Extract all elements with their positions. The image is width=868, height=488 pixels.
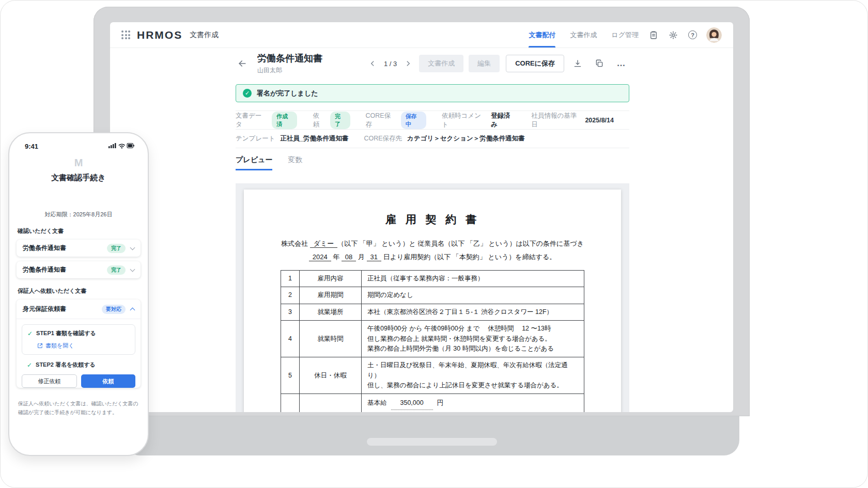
success-check-icon: ✓ — [243, 89, 252, 98]
phone-status-icons — [109, 141, 134, 151]
phone-brand-mark: M — [9, 157, 148, 169]
app-name: 文書作成 — [190, 30, 219, 40]
tab-preview[interactable]: プレビュー — [236, 155, 272, 170]
revise-request-button[interactable]: 修正依頼 — [22, 374, 77, 388]
contract-table: 1 雇用内容 正社員（従事する業務内容：一般事務） 2 雇用期間 期間の定めなし… — [281, 270, 584, 412]
employee-name: 山田太郎 — [257, 66, 322, 75]
status-value: 正社員_労働条件通知書 — [280, 134, 348, 143]
step1-label: STEP1 書類を確認する — [36, 329, 96, 337]
action-buttons: 修正依頼 依頼 — [22, 374, 135, 388]
page-title: 労働条件通知書 — [257, 52, 322, 65]
nav-item-log-management[interactable]: ログ管理 — [611, 22, 639, 48]
edit-button[interactable]: 編集 — [469, 55, 500, 72]
laptop-frame: HRMOS 文書作成 文書配付 文書作成 ログ管理 ? — [94, 7, 750, 416]
contract-row-5: 5 休日・休暇 土・日曜日及び祝祭日、年末年始、夏期休暇、年次有給休暇（法定通り… — [281, 357, 584, 394]
app-header: HRMOS 文書作成 文書配付 文書作成 ログ管理 ? — [110, 22, 733, 48]
document-preview-area[interactable]: 雇 用 契 約 書 株式会社 ダミー（以下 「甲」 という）と 従業員名（以下 … — [236, 183, 629, 412]
request-button[interactable]: 依頼 — [81, 374, 135, 388]
more-menu-button[interactable]: … — [613, 55, 629, 72]
contract-row-4: 4 就業時間 午後09時00分 から 午後09時00分 まで 休憩時間 12 〜… — [281, 321, 584, 357]
help-icon[interactable]: ? — [688, 30, 697, 39]
next-page-button[interactable] — [404, 59, 413, 68]
wifi-icon — [119, 144, 125, 148]
phone-mockup: 9:41 — [8, 132, 149, 456]
section-label-guarantor-docs: 保証人へ依頼いただく文書 — [17, 287, 141, 295]
doc-name: 労働条件通知書 — [23, 265, 107, 274]
desktop-app-screen: HRMOS 文書作成 文書配付 文書作成 ログ管理 ? — [110, 22, 733, 412]
core-save-button[interactable]: COREに保存 — [506, 55, 564, 72]
doc-status-badge: 完了 — [107, 265, 126, 275]
status-base-date: 社員情報の基準日 2025/8/14 — [531, 112, 614, 129]
document-toolbar: 労働条件通知書 山田太郎 1 / 3 文書作成 編集 — [236, 52, 629, 75]
status-label: CORE保存 — [366, 112, 396, 129]
guarantor-doc-card-header[interactable]: 身元保証依頼書 要対応 — [17, 300, 141, 319]
back-button[interactable] — [236, 57, 249, 70]
laptop-notch — [367, 438, 497, 446]
salary-blank-line: 円 — [367, 410, 580, 412]
contract-row-2: 2 雇用期間 期間の定めなし — [281, 287, 584, 304]
hrmos-logo: HRMOS — [137, 29, 182, 41]
status-label: 社員情報の基準日 — [531, 112, 580, 129]
nav-item-doc-distribution[interactable]: 文書配付 — [529, 22, 555, 48]
contract-intro: 株式会社 ダミー（以下 「甲」 という）と 従業員名（以下 「乙」 という）は以… — [265, 237, 600, 264]
gear-icon[interactable] — [669, 30, 678, 40]
step2-row: ✓ STEP2 署名を依頼する — [27, 361, 130, 369]
status-request: 依頼 完了 — [313, 112, 350, 129]
status-label: 依頼 — [313, 112, 324, 129]
header-nav: 文書配付 文書作成 ログ管理 ? — [514, 22, 722, 48]
banner-message: 署名が完了しました — [257, 89, 318, 98]
status-value: 2025/8/14 — [585, 117, 614, 124]
status-label: CORE保存先 — [364, 134, 402, 143]
phone-footer-note: 保証人へ依頼いただく文書は、確認いただく文書の確認が完了後に手続きが可能になりま… — [18, 399, 139, 417]
chevron-up-icon[interactable] — [130, 307, 135, 312]
open-document-link[interactable]: 書類を開く — [27, 342, 130, 350]
copy-button[interactable] — [591, 55, 608, 72]
status-label: 依頼時コメント — [442, 112, 486, 129]
doc-card-1[interactable]: 労働条件通知書 完了 — [17, 240, 141, 257]
clipboard-icon[interactable] — [649, 30, 658, 40]
page-indicator: 1 / 3 — [384, 60, 397, 68]
phone-time: 9:41 — [25, 143, 38, 150]
signal-icon — [109, 143, 116, 148]
contract-title: 雇 用 契 約 書 — [265, 212, 600, 227]
status-badge: 保存中 — [401, 112, 426, 129]
open-document-label: 書類を開く — [45, 342, 74, 350]
status-label: 文書データ — [236, 112, 267, 129]
chevron-down-icon[interactable] — [130, 245, 135, 250]
app-launcher-grid-icon[interactable] — [121, 30, 130, 39]
status-core-destination: CORE保存先 カテゴリ＞セクション＞労働条件通知書 — [364, 134, 524, 143]
phone-page-title: 文書確認手続き — [9, 173, 148, 183]
status-panel: 文書データ 作成済 依頼 完了 CORE保存 保存中 依頼時コメント — [236, 111, 629, 148]
view-tabs: プレビュー 変数 — [236, 155, 629, 170]
status-comment: 依頼時コメント 登録済み — [442, 112, 516, 129]
status-badge: 作成済 — [272, 112, 297, 129]
create-doc-button[interactable]: 文書作成 — [419, 55, 463, 72]
nav-item-doc-creation[interactable]: 文書作成 — [570, 22, 597, 48]
doc-card-2[interactable]: 労働条件通知書 完了 — [17, 261, 141, 278]
success-banner: ✓ 署名が完了しました — [236, 84, 629, 102]
prev-page-button[interactable] — [368, 59, 377, 68]
step1-box: ✓ STEP1 書類を確認する 書類を開く — [22, 324, 135, 355]
phone-status-bar: 9:41 — [9, 133, 148, 151]
contract-row-1: 1 雇用内容 正社員（従事する業務内容：一般事務） — [281, 271, 584, 287]
status-doc-data: 文書データ 作成済 — [236, 112, 297, 129]
external-link-icon — [37, 343, 43, 349]
section-label-confirm-docs: 確認いただく文書 — [17, 227, 141, 235]
user-avatar[interactable] — [706, 27, 722, 43]
download-button[interactable] — [569, 55, 586, 72]
doc-name: 身元保証依頼書 — [23, 305, 102, 313]
status-badge: 完了 — [330, 112, 350, 129]
contract-intro-line2: 2024 年 08 月 31 日より雇用契約（以下 「本契約」 という）を締結す… — [265, 250, 600, 264]
doc-name: 労働条件通知書 — [23, 244, 107, 253]
status-value: カテゴリ＞セクション＞労働条件通知書 — [407, 134, 525, 143]
status-label: テンプレート — [236, 134, 275, 143]
deadline-text: 対応期限：2025年8月26日 — [9, 211, 148, 218]
step2-label: STEP2 署名を依頼する — [36, 361, 96, 369]
tab-variables[interactable]: 変数 — [288, 155, 302, 170]
status-value: 登録済み — [491, 112, 516, 129]
contract-intro-line1: 株式会社 ダミー（以下 「甲」 という）と 従業員名（以下 「乙」 という）は以… — [265, 237, 600, 250]
contract-row-6-salary: 6 給 料 基本給350,000円 円 固定残業代（30 時間相当）50,000… — [281, 394, 584, 412]
step-check-icon: ✓ — [27, 330, 33, 337]
chevron-down-icon[interactable] — [130, 266, 135, 272]
status-row-1: 文書データ 作成済 依頼 完了 CORE保存 保存中 依頼時コメント — [236, 111, 629, 130]
